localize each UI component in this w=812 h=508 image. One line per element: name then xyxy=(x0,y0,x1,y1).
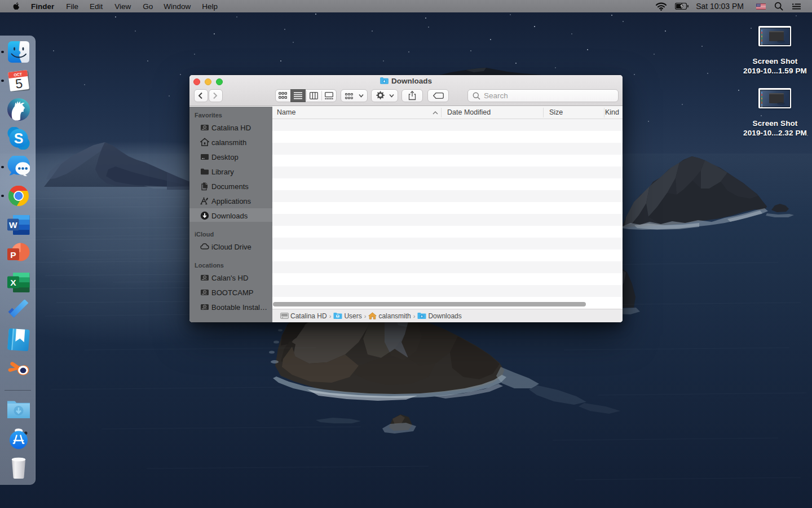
svg-text:P: P xyxy=(10,250,16,260)
svg-text:W: W xyxy=(9,220,17,230)
svg-text:X: X xyxy=(10,278,16,287)
svg-text:S: S xyxy=(14,130,24,146)
